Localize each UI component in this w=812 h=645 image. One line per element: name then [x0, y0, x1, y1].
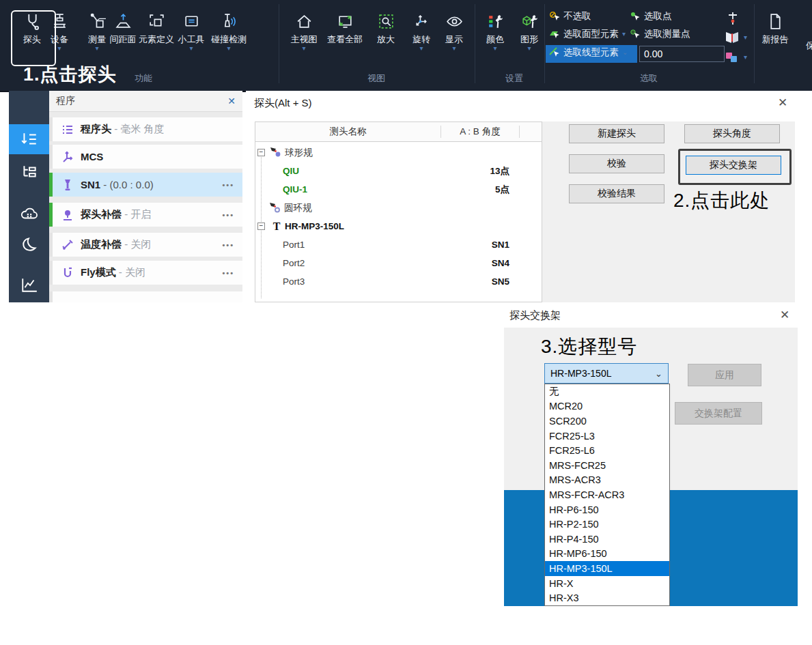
- dropdown-arrow-icon: ▾: [419, 45, 423, 52]
- select-measure-point-icon: [630, 29, 641, 40]
- program-item-probe-comp[interactable]: 探头补偿 - 开启 •••: [49, 203, 242, 227]
- dropdown-option[interactable]: MRS-ACR3: [545, 473, 669, 488]
- program-item-fly-mode[interactable]: Fly模式 - 关闭 •••: [49, 261, 242, 285]
- dropdown-arrow-icon: ▾: [527, 45, 531, 52]
- item-menu-icon[interactable]: •••: [222, 269, 234, 277]
- rack-model-combobox[interactable]: HR-MP3-150L ⌄: [544, 363, 669, 384]
- tree-row-qiu-1[interactable]: QIU-1 5点: [255, 180, 542, 199]
- dropdown-arrow-icon: ▾: [493, 45, 496, 52]
- ribbon-item-display[interactable]: 显示 ▾: [439, 9, 469, 52]
- annotation-probe-highlight-box: [11, 10, 56, 66]
- dropdown-option[interactable]: 无: [545, 384, 669, 399]
- ribbon-item-new-report[interactable]: 新报告: [757, 9, 793, 45]
- ribbon-item-tools[interactable]: 小工具 ▾: [175, 9, 208, 52]
- app-window: 探头 设备 ▾ 测量 ▾ 间距面: [0, 0, 812, 645]
- book-tool[interactable]: ▾: [724, 30, 747, 45]
- program-item-mcs[interactable]: MCS: [49, 145, 242, 169]
- ribbon-item-graphics[interactable]: 图形 ▾: [514, 9, 544, 52]
- group-label-selection: 选取: [640, 72, 658, 85]
- selection-tolerance-input[interactable]: 0.00: [639, 46, 725, 62]
- dropdown-option[interactable]: HR-X: [545, 576, 669, 591]
- dropdown-arrow-icon: ▾: [189, 45, 193, 52]
- group-label-settings: 设置: [505, 72, 523, 85]
- chevron-down-icon: ⌄: [622, 49, 628, 56]
- ribbon-item-home-view[interactable]: 主视图 ▾: [288, 9, 320, 52]
- dropdown-option[interactable]: MCR20: [545, 399, 669, 414]
- apply-button[interactable]: 应用: [688, 364, 761, 386]
- close-icon[interactable]: ✕: [778, 96, 787, 110]
- program-item-clipped: [49, 291, 242, 302]
- ribbon-item-spacing-plane[interactable]: 间距面: [105, 9, 141, 45]
- ribbon-item-element-define[interactable]: 元素定义: [137, 9, 176, 45]
- close-icon[interactable]: ✕: [780, 308, 789, 322]
- select-line-icon: [549, 47, 560, 58]
- sidebar-item-tree[interactable]: [9, 157, 49, 187]
- no-select-option[interactable]: 不选取: [549, 10, 591, 23]
- annotation-step2: 2.点击此处: [673, 188, 770, 214]
- dropdown-option[interactable]: HR-P2-150: [545, 517, 669, 532]
- divider: [754, 4, 755, 83]
- select-point-option[interactable]: 选取点: [630, 10, 672, 23]
- new-probe-button[interactable]: 新建探头: [569, 124, 664, 143]
- collapse-icon[interactable]: −: [257, 149, 265, 156]
- dropdown-option-selected[interactable]: HR-MP3-150L: [545, 561, 669, 576]
- program-item-header[interactable]: 程序头 - 毫米 角度: [49, 117, 242, 141]
- rack-model-dropdown-list: 无 MCR20 SCR200 FCR25-L3 FCR25-L6 MRS-FCR…: [544, 384, 670, 606]
- probe-tool-icon[interactable]: [725, 11, 740, 29]
- cubes-tool[interactable]: ▾: [724, 51, 747, 64]
- close-icon[interactable]: ✕: [227, 96, 236, 106]
- ribbon-item-rotate[interactable]: 旋转 ▾: [406, 9, 436, 52]
- select-point-icon: [630, 11, 641, 22]
- calibrate-result-button[interactable]: 校验结果: [569, 184, 664, 203]
- dropdown-option[interactable]: SCR200: [545, 414, 669, 429]
- program-item-temp-comp[interactable]: 温度补偿 - 关闭 •••: [49, 233, 242, 257]
- tree-row-sphere-gauge[interactable]: − 球形规: [255, 143, 542, 162]
- probe-angle-button[interactable]: 探头角度: [684, 124, 780, 143]
- select-face-option[interactable]: 选取面型元素 ▾: [549, 28, 626, 40]
- dropdown-option[interactable]: HR-P4-150: [545, 532, 669, 547]
- probe-table-header: 测头名称 A : B 角度: [255, 122, 542, 142]
- tree-row-rack[interactable]: − T HR-MP3-150L: [255, 217, 542, 235]
- calibrate-button[interactable]: 校验: [569, 154, 664, 173]
- item-menu-icon[interactable]: •••: [222, 241, 234, 249]
- sidebar-item-cloud[interactable]: [9, 199, 49, 229]
- sidebar-item-program[interactable]: [9, 124, 49, 154]
- ribbon-item-view-all[interactable]: 查看全部: [324, 9, 365, 45]
- chevron-down-icon: ⌄: [655, 369, 662, 379]
- tools-icon: [182, 9, 201, 33]
- temperature-compensation-icon: [60, 238, 75, 253]
- dropdown-option[interactable]: MRS-FCR25: [545, 458, 669, 473]
- view-all-icon: [336, 9, 354, 33]
- tree-row-port3[interactable]: Port3 SN5: [255, 272, 542, 291]
- new-report-icon: [766, 9, 785, 33]
- sidebar-item-chart[interactable]: [9, 270, 49, 300]
- annotation-rack-highlight-box: [678, 149, 792, 185]
- ribbon-item-zoom-in[interactable]: 放大: [371, 9, 401, 45]
- item-menu-icon[interactable]: •••: [222, 211, 234, 219]
- collapse-icon[interactable]: −: [257, 223, 265, 230]
- dropdown-option[interactable]: FCR25-L3: [545, 429, 669, 444]
- dropdown-option[interactable]: HR-P6-150: [545, 502, 669, 517]
- dropdown-option[interactable]: MRS-FCR-ACR3: [545, 487, 669, 502]
- ribbon-item-collision-check[interactable]: 碰撞检测 ▾: [208, 9, 249, 52]
- dropdown-arrow-icon: ▾: [227, 45, 230, 52]
- tree-row-port1[interactable]: Port1 SN1: [255, 235, 542, 254]
- column-header-name[interactable]: 测头名称: [255, 126, 441, 138]
- program-item-sn1[interactable]: SN1 - (0.0 : 0.0) •••: [49, 173, 242, 197]
- fly-mode-icon: [60, 266, 75, 281]
- sidebar-item-surface[interactable]: [9, 229, 49, 259]
- rack-config-button[interactable]: 交换架配置: [675, 402, 762, 425]
- item-menu-icon[interactable]: •••: [222, 181, 234, 189]
- column-header-angle[interactable]: A : B 角度: [441, 126, 520, 138]
- dropdown-option[interactable]: HR-X3: [545, 590, 669, 605]
- dropdown-option[interactable]: FCR25-L6: [545, 443, 669, 458]
- tree-row-ring-gauge[interactable]: 圆环规: [255, 199, 542, 217]
- tree-row-qiu[interactable]: QIU 13点: [255, 162, 542, 180]
- select-line-option[interactable]: 选取线型元素 ⌄: [549, 46, 628, 59]
- dropdown-option[interactable]: HR-MP6-150: [545, 547, 669, 562]
- color-settings-icon: [486, 9, 505, 33]
- select-measure-point-option[interactable]: 选取测量点: [630, 28, 690, 40]
- tree-row-port2[interactable]: Port2 SN4: [255, 254, 542, 272]
- element-define-icon: [148, 9, 166, 33]
- ribbon-item-color[interactable]: 颜色 ▾: [480, 9, 510, 52]
